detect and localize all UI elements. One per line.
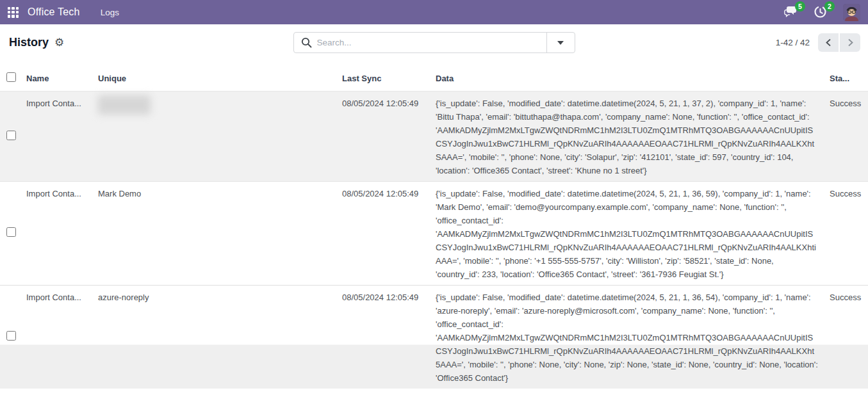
select-all-checkbox[interactable] (6, 72, 16, 82)
cell-unique: Mark Demo (94, 182, 338, 285)
column-header-status[interactable]: Sta... (822, 64, 868, 92)
search-input[interactable] (317, 38, 546, 47)
app-name[interactable]: Office Tech (28, 6, 80, 18)
table-row[interactable]: Import Conta... azure-noreply 08/05/2024… (0, 285, 868, 389)
status-badge: Success (822, 92, 868, 182)
status-badge: Success (822, 285, 868, 389)
cell-data: {'is_update': False, 'modified_date': da… (431, 92, 822, 182)
column-header-unique[interactable]: Unique (94, 64, 338, 92)
column-header-name[interactable]: Name (22, 64, 94, 92)
apps-menu-icon[interactable] (8, 7, 19, 18)
cell-last-sync: 08/05/2024 12:05:49 (338, 182, 431, 285)
cell-name: Import Conta... (22, 182, 94, 285)
table-row[interactable]: Import Conta... Mark Demo 08/05/2024 12:… (0, 182, 868, 285)
cell-data: {'is_update': False, 'modified_date': da… (431, 285, 822, 389)
row-checkbox[interactable] (6, 131, 16, 140)
settings-gear-icon[interactable]: ⚙ (54, 37, 64, 48)
status-badge: Success (822, 182, 868, 285)
cell-data: {'is_update': False, 'modified_date': da… (431, 182, 822, 285)
chevron-left-icon (825, 38, 832, 47)
messages-badge: 5 (795, 1, 805, 12)
pager-range: 1-42 / 42 (776, 38, 810, 47)
header-row: Name Unique Last Sync Data Sta... (0, 64, 868, 92)
activities-button[interactable]: 2 (814, 5, 829, 19)
pager-next-button[interactable] (840, 33, 860, 52)
pager-previous-button[interactable] (818, 33, 839, 52)
messages-button[interactable]: 5 (784, 5, 799, 19)
search-box (293, 32, 575, 53)
page-title: History (9, 36, 49, 49)
redacted-unique-value (98, 95, 151, 115)
history-list: Name Unique Last Sync Data Sta... Import… (0, 64, 868, 389)
cell-unique: azure-noreply (94, 285, 338, 389)
cell-name: Import Conta... (22, 285, 94, 389)
row-checkbox[interactable] (6, 227, 16, 237)
menu-item-logs[interactable]: Logs (97, 8, 123, 17)
pager (818, 33, 860, 52)
table-row[interactable]: Import Conta... 08/05/2024 12:05:49 {'is… (0, 92, 868, 182)
cell-last-sync: 08/05/2024 12:05:49 (338, 285, 431, 389)
column-header-last-sync[interactable]: Last Sync (338, 64, 431, 92)
row-checkbox[interactable] (6, 331, 16, 341)
user-avatar[interactable] (843, 4, 860, 21)
search-icon (301, 37, 312, 48)
search-dropdown-toggle[interactable] (546, 33, 575, 52)
control-panel: History ⚙ 1-42 / 42 (0, 24, 868, 64)
top-navbar: Office Tech Logs 5 2 (0, 0, 868, 24)
column-header-data[interactable]: Data (431, 64, 822, 92)
chevron-down-icon (557, 41, 564, 45)
cell-last-sync: 08/05/2024 12:05:49 (338, 92, 431, 182)
chevron-right-icon (847, 38, 854, 47)
activities-badge: 2 (824, 1, 835, 12)
cell-unique (94, 92, 338, 182)
avatar-image (843, 4, 860, 21)
cell-name: Import Conta... (22, 92, 94, 182)
